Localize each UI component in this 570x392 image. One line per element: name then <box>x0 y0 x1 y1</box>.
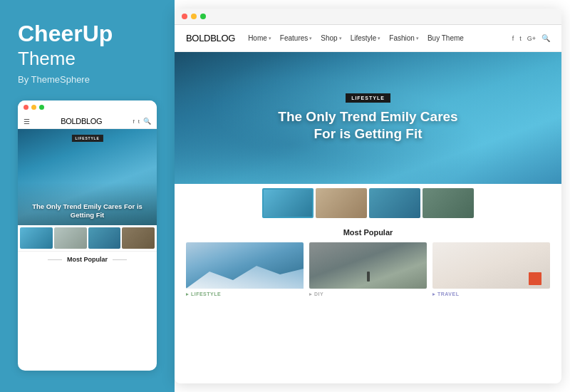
twitter-link[interactable]: t <box>519 35 522 42</box>
popular-card-tag-2: ▸ DIY <box>309 292 427 297</box>
popular-card-img-2 <box>309 242 427 289</box>
facebook-icon: f <box>133 118 135 125</box>
browser-minimize-dot <box>191 14 197 19</box>
mobile-lifestyle-badge: LIFESTYLE <box>71 135 103 142</box>
mobile-thumb-1 <box>20 227 53 249</box>
most-popular-title: Most Popular <box>186 228 550 237</box>
site-thumb-2[interactable] <box>316 188 367 218</box>
popular-card-2: ▸ DIY <box>309 242 427 297</box>
mobile-hero: LIFESTYLE The Only Trend Emily Cares For… <box>18 129 157 225</box>
hero-badge: LIFESTYLE <box>346 93 390 103</box>
mobile-top-bar <box>18 100 157 114</box>
mobile-thumb-3 <box>88 227 121 249</box>
nav-shop[interactable]: Shop ▾ <box>321 34 341 42</box>
nav-home[interactable]: Home ▾ <box>248 34 271 42</box>
mobile-header: ☰ BOLDBLOG f t 🔍 <box>18 114 157 129</box>
facebook-link[interactable]: f <box>512 35 514 42</box>
mobile-thumb-4 <box>122 227 155 249</box>
site-nav-icons: f t G+ 🔍 <box>512 34 550 42</box>
nav-buy-theme[interactable]: Buy Theme <box>428 34 464 42</box>
browser-top-bar <box>175 9 561 25</box>
browser-maximize-dot <box>200 14 206 19</box>
maximize-dot <box>39 105 44 110</box>
mobile-hero-title: The Only Trend Emily Cares For is Gettin… <box>24 202 151 220</box>
minimize-dot <box>31 105 36 110</box>
nav-features[interactable]: Features ▾ <box>280 34 312 42</box>
close-dot <box>24 105 28 110</box>
brand-subtitle: Theme <box>18 48 157 70</box>
site-nav: Home ▾ Features ▾ Shop ▾ Lifestyle ▾ Fas… <box>248 34 512 42</box>
mobile-popular: Most Popular <box>18 251 157 266</box>
popular-card-tag-1: ▸ LIFESTYLE <box>186 292 304 297</box>
googleplus-link[interactable]: G+ <box>527 35 536 42</box>
mobile-logo: BOLDBLOG <box>61 117 102 125</box>
popular-line-right <box>113 259 127 260</box>
popular-card-tag-3: ▸ TRAVEL <box>432 292 550 297</box>
mobile-hamburger-icon: ☰ <box>24 118 30 125</box>
site-header: BOLDBLOG Home ▾ Features ▾ Shop ▾ Lifest… <box>175 25 561 52</box>
search-button[interactable]: 🔍 <box>542 34 550 42</box>
search-icon: 🔍 <box>143 118 151 125</box>
nav-fashion[interactable]: Fashion ▾ <box>389 34 419 42</box>
popular-card-3: ▸ TRAVEL <box>432 242 550 297</box>
mobile-thumb-2 <box>54 227 87 249</box>
site-thumbnails <box>175 184 561 222</box>
hero-title: The Only Trend Emily CaresFor is Getting… <box>278 108 457 143</box>
left-panel: CheerUp Theme By ThemeSphere ☰ BOLDBLOG … <box>0 0 175 392</box>
brand-by: By ThemeSphere <box>18 74 157 85</box>
desktop-mockup: BOLDBLOG Home ▾ Features ▾ Shop ▾ Lifest… <box>175 9 561 383</box>
site-thumb-3[interactable] <box>369 188 420 218</box>
nav-lifestyle[interactable]: Lifestyle ▾ <box>351 34 381 42</box>
most-popular-section: Most Popular ▸ LIFESTYLE ▸ DIY ▸ TRAVEL <box>175 222 561 301</box>
brand-name: CheerUp <box>18 21 157 46</box>
popular-card-1: ▸ LIFESTYLE <box>186 242 304 297</box>
popular-card-img-3 <box>432 242 550 289</box>
site-hero: LIFESTYLE The Only Trend Emily CaresFor … <box>175 52 561 184</box>
site-thumb-1[interactable] <box>262 188 314 218</box>
browser-close-dot <box>182 14 187 19</box>
site-thumb-4[interactable] <box>423 188 474 218</box>
popular-card-img-1 <box>186 242 304 289</box>
popular-line-left <box>48 259 62 260</box>
site-logo: BOLDBLOG <box>186 33 235 43</box>
mobile-header-icons: f t 🔍 <box>133 118 151 125</box>
twitter-icon: t <box>138 118 140 125</box>
mobile-thumbnails <box>18 225 157 251</box>
mobile-mockup: ☰ BOLDBLOG f t 🔍 LIFESTYLE The Only Tren… <box>18 100 157 371</box>
popular-grid: ▸ LIFESTYLE ▸ DIY ▸ TRAVEL <box>186 242 550 297</box>
